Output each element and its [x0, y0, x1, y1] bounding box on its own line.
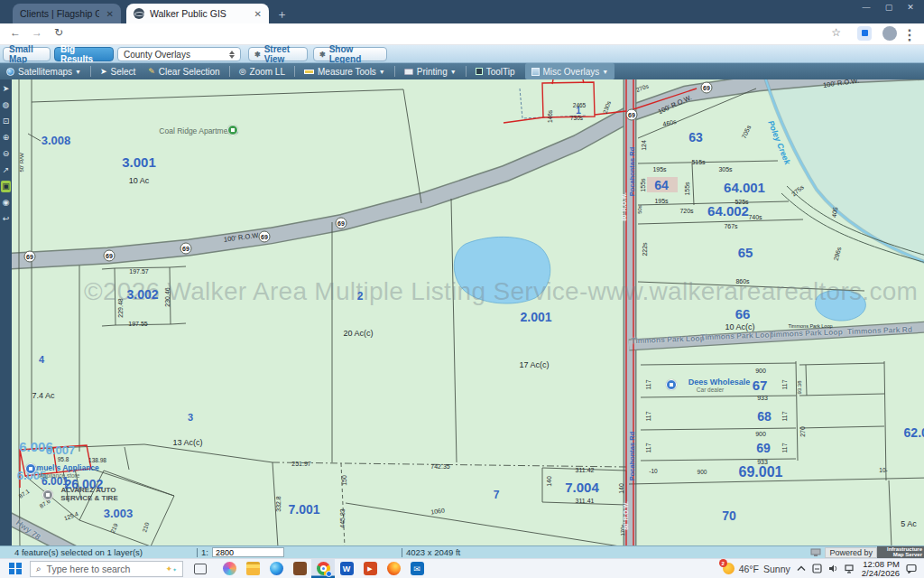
- map-label: Appliance store: [40, 473, 80, 480]
- tab-walker-public-gis[interactable]: Walker Public GIS ✕: [126, 4, 269, 23]
- show-legend-button[interactable]: ✱Show Legend: [313, 47, 387, 61]
- highway-shield: 69: [180, 243, 192, 255]
- tab-close-icon[interactable]: ✕: [247, 9, 262, 19]
- zoom-out-icon[interactable]: ⊖: [1, 148, 11, 160]
- big-results-button[interactable]: Big Results: [54, 47, 114, 61]
- chevron-down-icon: ▼: [379, 69, 385, 75]
- zoom-ll-button[interactable]: ◎Zoom LL: [233, 63, 291, 79]
- infrastructure-map-server-badge[interactable]: Infrastructure Map Server: [877, 546, 924, 558]
- satellitemaps-button[interactable]: Satellitemaps▼: [0, 63, 88, 79]
- globe-icon[interactable]: ◍: [1, 99, 11, 111]
- map-label: 195s: [654, 198, 668, 204]
- file-explorer-taskbar-button[interactable]: [241, 559, 264, 578]
- zoom-in-icon[interactable]: ⊕: [1, 132, 11, 144]
- county-overlays-select[interactable]: County Overlays: [117, 47, 241, 61]
- map-label: 740s: [748, 214, 762, 220]
- small-map-button[interactable]: Small Map: [3, 47, 51, 61]
- select-button[interactable]: ➤Select: [94, 63, 142, 79]
- search-icon: ⌕: [36, 564, 42, 574]
- map-label: 229.48: [117, 298, 124, 317]
- map-label: 20 Ac(c): [343, 330, 373, 338]
- measure-tools-button[interactable]: Measure Tools▼: [298, 63, 392, 79]
- poi-samuels-appliance-icon[interactable]: [25, 463, 36, 474]
- tooltip-button[interactable]: ToolTip: [469, 63, 522, 79]
- side-panel-icon[interactable]: [857, 26, 872, 41]
- map-label: 50s: [637, 205, 642, 214]
- map-label: 80' R.O.W.: [624, 501, 630, 530]
- street-view-button[interactable]: ✱Street View: [248, 47, 308, 61]
- target-icon: ◎: [239, 68, 246, 76]
- toolbar-item-label: ToolTip: [486, 67, 515, 77]
- reload-icon[interactable]: ↻: [51, 26, 67, 39]
- app-grid-taskbar-button[interactable]: [288, 559, 311, 578]
- divider: [466, 66, 467, 77]
- map-label: 3.003: [104, 508, 134, 519]
- pan-icon[interactable]: ↗: [1, 164, 11, 176]
- highway-shield: 69: [336, 218, 347, 229]
- identify-icon[interactable]: ◉: [1, 197, 11, 209]
- zoom-window-icon[interactable]: ⊡: [1, 116, 11, 127]
- browser-tab-strip: Clients | Flagship GIS ✕ Walker Public G…: [0, 0, 924, 23]
- poi-coal-ridge-apartments-icon[interactable]: [227, 125, 238, 135]
- edge-taskbar-button[interactable]: [264, 559, 288, 578]
- clear-selection-button[interactable]: ✎Clear Selection: [142, 63, 226, 79]
- browser-menu-icon[interactable]: ⋮: [902, 26, 917, 43]
- map-label: SERVICE & TIRE: [60, 495, 117, 502]
- window-close-icon[interactable]: ✕: [900, 3, 921, 12]
- printing-button[interactable]: Printing▼: [398, 63, 463, 79]
- gear-icon: ✱: [254, 51, 261, 59]
- map-label: 251.97: [291, 461, 310, 467]
- map-label: 2: [357, 291, 364, 302]
- back-icon[interactable]: ←: [7, 26, 23, 39]
- outlook-taskbar-button[interactable]: ✉: [405, 559, 429, 578]
- map-label: 460s: [662, 118, 677, 127]
- word-taskbar-button[interactable]: W: [335, 559, 358, 578]
- poi-dees-wholesale-icon[interactable]: [666, 379, 677, 390]
- tab-clients-flagship-gis[interactable]: Clients | Flagship GIS ✕: [13, 4, 121, 23]
- tray-chevron-icon[interactable]: [797, 565, 806, 572]
- map-label: 7.4 Ac: [32, 392, 54, 400]
- select-spinner-icon: [229, 51, 235, 59]
- start-button-icon[interactable]: [9, 563, 22, 575]
- tab-close-icon[interactable]: ✕: [99, 9, 114, 19]
- highway-shield: 69: [104, 250, 116, 262]
- map-label: 3.001: [122, 155, 156, 169]
- map-label: 62.001: [904, 426, 924, 439]
- toolbar-item-label: Satellitemaps: [18, 67, 72, 77]
- toolbar-item-label: Misc Overlays: [543, 67, 600, 77]
- volume-icon[interactable]: [828, 564, 838, 573]
- window-minimize-icon[interactable]: —: [855, 3, 877, 12]
- poi-alvarez-auto-icon[interactable]: [42, 489, 53, 500]
- forward-icon[interactable]: →: [29, 26, 45, 39]
- bookmark-star-icon[interactable]: ☆: [831, 26, 841, 39]
- chrome-settings-badge: [326, 571, 332, 577]
- map-canvas[interactable]: ©2026 Walker Area Multiple Listing Servi…: [12, 79, 924, 545]
- map-label: 525s: [735, 199, 748, 205]
- copilot-taskbar-button[interactable]: [217, 559, 241, 578]
- select-box-icon[interactable]: ▣: [1, 181, 11, 192]
- new-tab-icon[interactable]: ＋: [276, 6, 288, 23]
- media-taskbar-button[interactable]: ▶: [358, 559, 382, 578]
- window-maximize-icon[interactable]: ▢: [878, 3, 900, 12]
- network-icon[interactable]: [845, 564, 855, 573]
- scale-input[interactable]: [212, 547, 284, 557]
- map-label: 140: [546, 476, 552, 487]
- weather-widget[interactable]: 2 46°F Sunny: [723, 563, 790, 574]
- powered-by-label: Powered by: [825, 547, 877, 558]
- chrome-taskbar-button[interactable]: [311, 559, 335, 578]
- pencil-icon: ✎: [148, 68, 155, 76]
- firefox-taskbar-button[interactable]: [382, 559, 405, 578]
- map-label: 64.002: [707, 204, 749, 218]
- map-label: 95.8: [58, 457, 69, 463]
- task-view-icon[interactable]: [194, 564, 207, 574]
- taskbar-search-input[interactable]: ⌕ Type here to search ✦✦: [30, 561, 183, 577]
- sun-icon: 2: [723, 563, 735, 574]
- map-label: 900: [755, 368, 766, 374]
- misc-overlays-button[interactable]: Misc Overlays▼: [525, 63, 615, 79]
- notification-center-icon[interactable]: [906, 564, 917, 573]
- cursor-icon[interactable]: ➤: [1, 83, 11, 95]
- ime-icon[interactable]: [812, 564, 822, 573]
- profile-avatar[interactable]: [882, 26, 897, 41]
- previous-view-icon[interactable]: ↩: [1, 213, 11, 225]
- taskbar-clock[interactable]: 12:08 PM 2/24/2026: [862, 560, 900, 578]
